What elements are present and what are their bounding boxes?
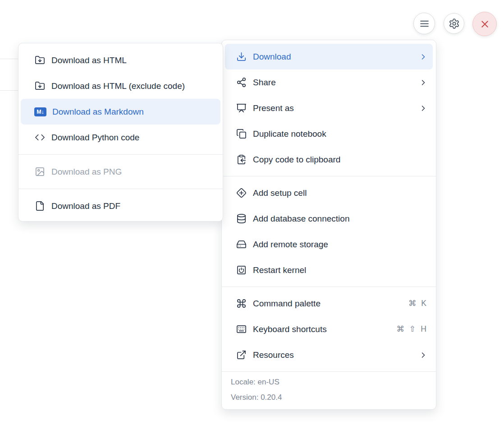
notebook-menu-item-duplicate-notebook[interactable]: Duplicate notebook — [222, 121, 436, 147]
external-link-icon — [236, 350, 247, 361]
menu-item-label: Copy code to clipboard — [253, 155, 428, 165]
file-icon — [34, 201, 45, 212]
menu-item-label: Keyboard shortcuts — [253, 324, 396, 334]
download-submenu-section: Download as PNG — [18, 154, 223, 189]
power-square-icon — [236, 265, 247, 276]
menu-item-label: Download — [253, 52, 419, 62]
presentation-icon — [236, 103, 247, 114]
keyboard-shortcut-hint: ⌘ K — [408, 299, 428, 308]
hard-drive-icon — [236, 239, 247, 250]
folder-down-icon — [34, 81, 45, 92]
notebook-menu-item-add-remote-storage[interactable]: Add remote storage — [222, 231, 436, 257]
clipboard-copy-icon — [236, 154, 247, 165]
notebook-actions-button[interactable] — [413, 13, 435, 34]
locale-text: Locale: en-US — [231, 378, 427, 387]
keyboard-icon — [236, 324, 247, 335]
menu-item-label: Resources — [253, 350, 419, 360]
notebook-menu-item-add-setup-cell[interactable]: Add setup cell — [222, 180, 436, 206]
keyboard-shortcut-hint: ⌘ ⇧ H — [396, 324, 428, 334]
chevron-right-icon — [419, 78, 428, 87]
notebook-menu-item-resources[interactable]: Resources — [222, 342, 436, 368]
notebook-menu-item-copy-code-to-clipboard[interactable]: Copy code to clipboard — [222, 147, 436, 172]
hamburger-menu-icon — [419, 18, 430, 29]
download-submenu-item-download-as-png: Download as PNG — [18, 159, 223, 185]
menu-item-label: Add database connection — [253, 214, 428, 224]
notebook-menu-item-restart-kernel[interactable]: Restart kernel — [222, 257, 436, 283]
download-submenu-item-download-as-markdown[interactable]: M↓Download as Markdown — [21, 99, 220, 125]
download-submenu-item-download-as-html[interactable]: Download as HTML — [18, 47, 223, 73]
chevron-right-icon — [419, 52, 428, 61]
menu-item-label: Restart kernel — [253, 265, 428, 275]
menu-item-label: Duplicate notebook — [253, 129, 428, 139]
close-icon — [479, 18, 490, 30]
notebook-menu-section: Command palette⌘ KKeyboard shortcuts⌘ ⇧ … — [222, 287, 436, 371]
menu-item-label: Add remote storage — [253, 240, 428, 250]
notebook-menu-item-share[interactable]: Share — [222, 69, 436, 95]
menu-item-label: Download as PNG — [51, 167, 215, 177]
download-icon — [236, 51, 247, 62]
chevron-right-icon — [419, 104, 428, 113]
shutdown-button[interactable] — [472, 12, 497, 36]
download-submenu-section: Download as PDF — [18, 189, 223, 223]
menu-item-label: Add setup cell — [253, 188, 428, 198]
download-submenu-item-download-as-pdf[interactable]: Download as PDF — [18, 193, 223, 219]
command-icon — [236, 298, 247, 309]
notebook-menu-item-add-database-connection[interactable]: Add database connection — [222, 206, 436, 231]
diamond-plus-icon — [236, 188, 247, 199]
gear-icon — [449, 18, 460, 29]
share-icon — [236, 77, 247, 88]
notebook-menu-item-keyboard-shortcuts[interactable]: Keyboard shortcuts⌘ ⇧ H — [222, 316, 436, 342]
download-submenu: Download as HTMLDownload as HTML (exclud… — [18, 43, 223, 222]
menu-footer: Locale: en-USVersion: 0.20.4 — [222, 371, 436, 412]
notebook-menu-item-present-as[interactable]: Present as — [222, 95, 436, 121]
settings-button[interactable] — [444, 13, 464, 34]
menu-item-label: Download as HTML (exclude code) — [51, 81, 215, 91]
menu-item-label: Download Python code — [51, 133, 215, 143]
page-rule-line — [0, 59, 18, 59]
chevron-right-icon — [419, 351, 428, 360]
copy-icon — [236, 129, 247, 139]
menu-item-label: Command palette — [253, 299, 408, 309]
menu-item-label: Download as Markdown — [52, 107, 212, 117]
image-icon — [34, 166, 45, 177]
menu-item-label: Download as HTML — [51, 56, 215, 65]
notebook-menu-section: DownloadSharePresent asDuplicate noteboo… — [222, 40, 436, 176]
download-submenu-item-download-as-html-exclude-code[interactable]: Download as HTML (exclude code) — [18, 73, 223, 99]
code-icon — [34, 132, 45, 143]
download-submenu-item-download-python-code[interactable]: Download Python code — [18, 125, 223, 150]
folder-down-icon — [34, 55, 45, 66]
notebook-menu: DownloadSharePresent asDuplicate noteboo… — [221, 40, 436, 410]
notebook-menu-item-command-palette[interactable]: Command palette⌘ K — [222, 291, 436, 316]
database-icon — [236, 213, 247, 224]
page-rule-line — [0, 90, 18, 91]
download-submenu-section: Download as HTMLDownload as HTML (exclud… — [18, 43, 223, 154]
menu-item-label: Share — [253, 78, 419, 88]
notebook-menu-section: Add setup cellAdd database connectionAdd… — [222, 176, 436, 287]
version-text: Version: 0.20.4 — [231, 393, 427, 402]
menu-item-label: Present as — [253, 103, 419, 113]
menu-item-label: Download as PDF — [51, 201, 215, 211]
notebook-menu-item-download[interactable]: Download — [225, 44, 433, 69]
markdown-icon: M↓ — [34, 107, 46, 116]
